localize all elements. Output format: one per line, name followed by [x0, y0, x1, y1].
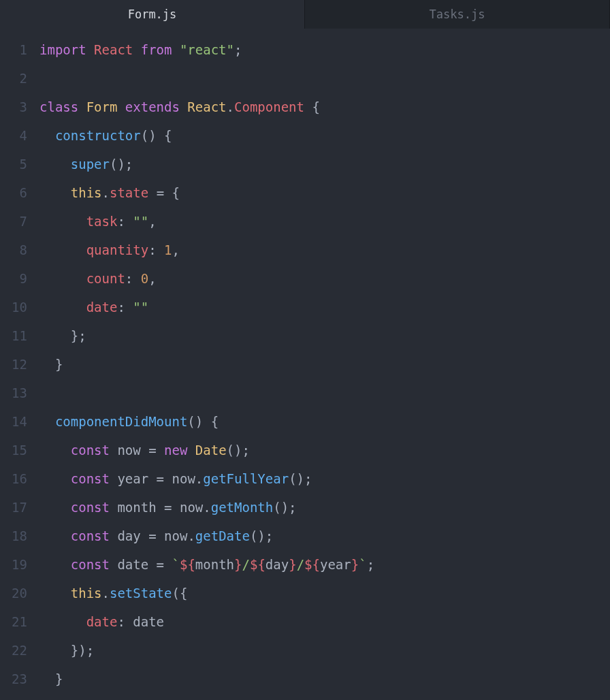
line-number: 16: [0, 464, 27, 493]
line-number: 5: [0, 150, 27, 178]
code-line[interactable]: date: "": [39, 293, 610, 321]
code-line[interactable]: const date = `${month}/${day}/${year}`;: [39, 550, 610, 579]
line-number: 3: [0, 93, 27, 121]
line-number: 13: [0, 379, 27, 407]
line-number: 20: [0, 579, 27, 607]
code-line[interactable]: }: [39, 350, 610, 379]
code-line[interactable]: task: "",: [39, 207, 610, 236]
code-line[interactable]: class Form extends React.Component {: [39, 93, 610, 121]
code-line[interactable]: date: date: [39, 607, 610, 636]
code-line[interactable]: const year = now.getFullYear();: [39, 464, 610, 493]
tab-tasks-js[interactable]: Tasks.js: [305, 0, 610, 29]
line-number: 9: [0, 264, 27, 293]
line-number: 21: [0, 607, 27, 636]
code-line[interactable]: constructor() {: [39, 121, 610, 150]
code-line[interactable]: [39, 379, 610, 407]
tab-form-js[interactable]: Form.js: [0, 0, 305, 29]
line-number: 11: [0, 321, 27, 350]
code-line[interactable]: this.state = {: [39, 178, 610, 207]
line-number: 12: [0, 350, 27, 379]
line-number: 1: [0, 35, 27, 64]
line-number: 2: [0, 64, 27, 93]
code-line[interactable]: const month = now.getMonth();: [39, 493, 610, 522]
tab-bar: Form.js Tasks.js: [0, 0, 610, 29]
code-line[interactable]: quantity: 1,: [39, 236, 610, 264]
line-number: 23: [0, 665, 27, 693]
line-number: 22: [0, 636, 27, 665]
tab-label: Tasks.js: [430, 7, 485, 21]
code-line[interactable]: import React from "react";: [39, 35, 610, 64]
line-number: 15: [0, 436, 27, 464]
code-line[interactable]: }: [39, 665, 610, 693]
line-number: 14: [0, 407, 27, 436]
line-number: 4: [0, 121, 27, 150]
line-number: 10: [0, 293, 27, 321]
code-line[interactable]: });: [39, 636, 610, 665]
code-line[interactable]: super();: [39, 150, 610, 178]
line-number: 19: [0, 550, 27, 579]
line-number: 6: [0, 178, 27, 207]
code-editor[interactable]: 1234567891011121314151617181920212223 im…: [0, 29, 610, 693]
line-number: 18: [0, 522, 27, 550]
code-line[interactable]: const day = now.getDate();: [39, 522, 610, 550]
code-line[interactable]: count: 0,: [39, 264, 610, 293]
line-number: 8: [0, 236, 27, 264]
code-line[interactable]: };: [39, 321, 610, 350]
code-line[interactable]: [39, 64, 610, 93]
tab-label: Form.js: [128, 7, 177, 21]
line-number-gutter: 1234567891011121314151617181920212223: [0, 35, 39, 693]
code-line[interactable]: const now = new Date();: [39, 436, 610, 464]
code-content[interactable]: import React from "react"; class Form ex…: [39, 35, 610, 693]
line-number: 17: [0, 493, 27, 522]
code-line[interactable]: componentDidMount() {: [39, 407, 610, 436]
line-number: 7: [0, 207, 27, 236]
code-line[interactable]: this.setState({: [39, 579, 610, 607]
